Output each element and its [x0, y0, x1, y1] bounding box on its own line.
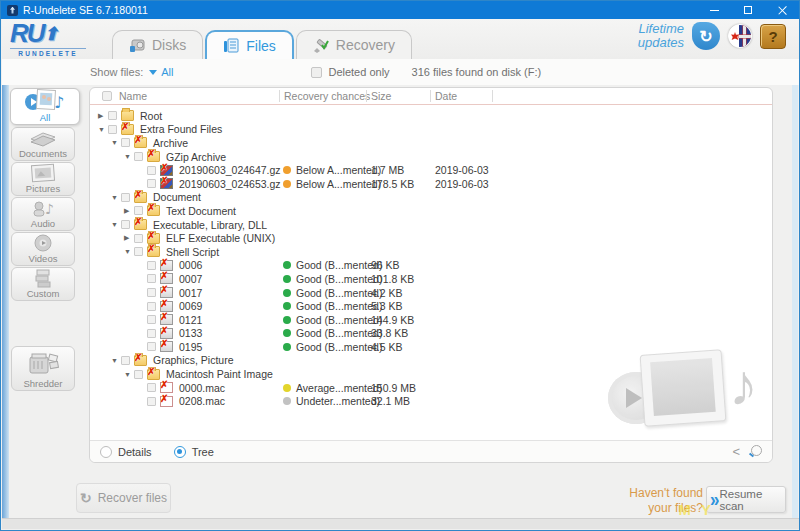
- row-checkbox[interactable]: [134, 370, 143, 379]
- column-recovery-chances[interactable]: Recovery chances: [284, 90, 370, 102]
- collapse-arrow-icon[interactable]: ▼: [122, 371, 134, 378]
- tree-row[interactable]: ▼✗Document: [90, 191, 772, 205]
- sidebar-item-documents[interactable]: Documents: [11, 127, 75, 161]
- minimize-button[interactable]: [697, 1, 731, 19]
- close-button[interactable]: [765, 1, 799, 19]
- file-name[interactable]: 0006: [179, 259, 202, 271]
- row-checkbox[interactable]: [108, 111, 117, 120]
- expand-arrow-icon[interactable]: ▶: [96, 112, 108, 120]
- file-name[interactable]: Document: [153, 191, 201, 203]
- file-name[interactable]: 0000.mac: [179, 382, 225, 394]
- file-name[interactable]: Macintosh Paint Image: [166, 368, 273, 380]
- tree-row[interactable]: ▼✗Extra Found Files: [90, 123, 772, 137]
- row-checkbox[interactable]: [134, 152, 143, 161]
- row-checkbox[interactable]: [147, 288, 156, 297]
- row-checkbox[interactable]: [147, 274, 156, 283]
- expand-arrow-icon[interactable]: ▶: [122, 207, 134, 215]
- tree-row[interactable]: ✗0208.macUndeter...mented)32.1 MB: [90, 394, 772, 408]
- collapse-arrow-icon[interactable]: ▼: [96, 126, 108, 133]
- update-button[interactable]: ↻: [692, 22, 720, 50]
- file-name[interactable]: Graphics, Picture: [153, 354, 234, 366]
- sidebar-item-shredder[interactable]: Shredder: [11, 346, 75, 391]
- select-all-checkbox[interactable]: [102, 91, 112, 101]
- tree-row[interactable]: ▼✗Macintosh Paint Image: [90, 367, 772, 381]
- file-name[interactable]: Text Document: [166, 205, 236, 217]
- row-checkbox[interactable]: [147, 329, 156, 338]
- tab-recovery[interactable]: Recovery: [296, 30, 412, 59]
- sidebar-item-videos[interactable]: Videos: [11, 232, 75, 266]
- file-name[interactable]: Archive: [153, 137, 188, 149]
- row-checkbox[interactable]: [108, 125, 117, 134]
- row-checkbox[interactable]: [121, 193, 130, 202]
- tree-row[interactable]: ▼✗Shell Script: [90, 245, 772, 259]
- tree-row[interactable]: ▼✗Executable, Library, DLL: [90, 218, 772, 232]
- column-date[interactable]: Date: [435, 90, 457, 102]
- file-name[interactable]: 0133: [179, 327, 202, 339]
- file-name[interactable]: 0208.mac: [179, 395, 225, 407]
- row-checkbox[interactable]: [147, 166, 156, 175]
- maximize-button[interactable]: [731, 1, 765, 19]
- tree-row[interactable]: ✗0000.macAverage...mented)150.9 MB: [90, 381, 772, 395]
- file-name[interactable]: 20190603_024647.gz: [179, 164, 281, 176]
- file-name[interactable]: Extra Found Files: [140, 123, 222, 135]
- column-size[interactable]: Size: [371, 90, 391, 102]
- tree-row[interactable]: ▼✗Archive: [90, 136, 772, 150]
- sidebar-item-custom[interactable]: Custom: [11, 267, 75, 301]
- collapse-arrow-icon[interactable]: ▼: [109, 139, 121, 146]
- tree-row[interactable]: ▶✗Text Document: [90, 204, 772, 218]
- sidebar-item-pictures[interactable]: Pictures: [11, 162, 75, 196]
- tree-row[interactable]: ▼✗GZip Archive: [90, 150, 772, 164]
- collapse-arrow-icon[interactable]: ▼: [109, 357, 121, 364]
- tree-radio[interactable]: [174, 446, 186, 458]
- file-name[interactable]: 0069: [179, 300, 202, 312]
- row-checkbox[interactable]: [147, 383, 156, 392]
- row-checkbox[interactable]: [134, 234, 143, 243]
- row-checkbox[interactable]: [147, 397, 156, 406]
- row-checkbox[interactable]: [134, 206, 143, 215]
- collapse-arrow-icon[interactable]: ▼: [122, 248, 134, 255]
- details-radio[interactable]: [100, 446, 112, 458]
- tree-row[interactable]: ✗0006Good (B...mented)96 KB: [90, 259, 772, 273]
- tree-row[interactable]: ✗0133Good (B...mented)33.8 KB: [90, 327, 772, 341]
- tree-row[interactable]: ✗0069Good (B...mented)5.3 KB: [90, 299, 772, 313]
- file-name[interactable]: ELF Executable (UNIX): [166, 232, 275, 244]
- show-files-dropdown[interactable]: All: [149, 66, 173, 78]
- sidebar-item-all[interactable]: ♪ All: [10, 88, 80, 125]
- file-name[interactable]: 0017: [179, 287, 202, 299]
- file-name[interactable]: Root: [140, 110, 162, 122]
- row-checkbox[interactable]: [121, 356, 130, 365]
- tree-row[interactable]: ▶Root: [90, 109, 772, 123]
- recover-files-button[interactable]: ↻ Recover files: [76, 483, 171, 513]
- collapse-arrow-icon[interactable]: ▼: [109, 221, 121, 228]
- file-name[interactable]: 0195: [179, 341, 202, 353]
- help-button[interactable]: ?: [760, 24, 786, 49]
- file-name[interactable]: 0121: [179, 314, 202, 326]
- tree-row[interactable]: ✗0195Good (B...mented)4.5 KB: [90, 340, 772, 354]
- row-checkbox[interactable]: [147, 261, 156, 270]
- chevron-left-icon[interactable]: <: [732, 444, 740, 459]
- sidebar-item-audio[interactable]: ♪ Audio: [11, 197, 75, 231]
- tab-files[interactable]: Files: [205, 30, 294, 59]
- tree-row[interactable]: ✗0007Good (B...mented)101.8 KB: [90, 272, 772, 286]
- column-name[interactable]: Name: [119, 90, 147, 102]
- tree-row[interactable]: ✗0121Good (B...mented)144.9 KB: [90, 313, 772, 327]
- tree-row[interactable]: ✗0017Good (B...mented)4.2 KB: [90, 286, 772, 300]
- file-name[interactable]: 0007: [179, 273, 202, 285]
- row-checkbox[interactable]: [147, 302, 156, 311]
- file-name[interactable]: GZip Archive: [166, 151, 226, 163]
- tab-disks[interactable]: Disks: [112, 30, 203, 59]
- search-icon[interactable]: [748, 445, 762, 459]
- language-button[interactable]: [728, 24, 752, 48]
- row-checkbox[interactable]: [147, 315, 156, 324]
- tree-radio-label[interactable]: Tree: [192, 446, 214, 458]
- tree-row[interactable]: ▶✗ELF Executable (UNIX): [90, 231, 772, 245]
- tree-row[interactable]: ✗20190603_024647.gzBelow A...mented)1.7 …: [90, 163, 772, 177]
- deleted-only-checkbox[interactable]: [311, 67, 322, 78]
- row-checkbox[interactable]: [121, 220, 130, 229]
- details-radio-label[interactable]: Details: [118, 446, 152, 458]
- file-name[interactable]: Shell Script: [166, 246, 219, 258]
- row-checkbox[interactable]: [134, 247, 143, 256]
- row-checkbox[interactable]: [147, 179, 156, 188]
- file-name[interactable]: Executable, Library, DLL: [153, 219, 267, 231]
- collapse-arrow-icon[interactable]: ▼: [122, 153, 134, 160]
